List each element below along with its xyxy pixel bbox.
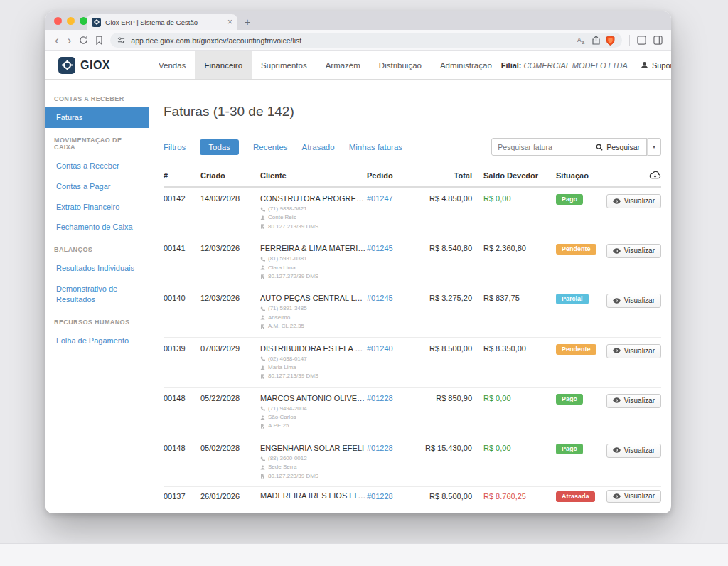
security-shield-icon[interactable] [606, 36, 615, 46]
sidebar-item-contas-a-pagar[interactable]: Contas a Pagar [46, 176, 149, 197]
app-logo[interactable]: GIOX [46, 51, 149, 79]
divider [629, 35, 630, 46]
header-nav-item[interactable]: Administração [431, 51, 501, 79]
phone-icon [260, 306, 265, 311]
order-link[interactable]: #01247 [367, 194, 393, 203]
filter-tab[interactable]: Atrasado [302, 143, 335, 151]
url-text[interactable]: app.dee.giox.com.br/gioxdev/accountingfm… [131, 36, 572, 45]
browser-toolbar: ‹ › app.dee.giox.com.br/gioxdev/accounti… [46, 30, 671, 51]
giox-logo-icon [58, 57, 75, 74]
close-window-button[interactable] [54, 17, 62, 25]
zoom-window-button[interactable] [80, 17, 87, 25]
sidebar: CONTAS A RECEBER Faturas MOVIMENTAÇÃO DE… [46, 80, 149, 513]
table-row[interactable]: 00148 05/22/2028 MARCOS ANTONIO OLIVEIRA… [164, 388, 661, 437]
order-link[interactable]: #01228 [367, 492, 393, 501]
invoice-balance: R$ 660,00 [472, 513, 545, 513]
filter-tab[interactable]: Todas [200, 139, 239, 155]
sidebar-item-demonstrativo-de-resultados[interactable]: Demonstrativo de Resultados [46, 279, 149, 310]
bookmark-icon[interactable] [95, 36, 103, 45]
translate-icon[interactable]: Aa [577, 36, 587, 45]
header-nav-item[interactable]: Financeiro [195, 51, 252, 79]
sidebar-toggle-icon[interactable] [653, 36, 663, 45]
filter-tab[interactable]: Recentes [253, 143, 288, 151]
eye-icon [613, 348, 621, 353]
table-row[interactable]: 00142 14/03/2028 CONSTRUTORA PROGRESSO L… [164, 188, 661, 237]
search-button[interactable]: Pesquisar [589, 138, 647, 156]
order-link[interactable]: #01232 [367, 513, 393, 513]
table-row[interactable]: 00148 05/02/2028 ENGENHARIA SOLAR EFELI … [164, 437, 661, 487]
support-menu[interactable]: Suporte ▼ [641, 61, 671, 70]
header-nav-item[interactable]: Vendas [149, 51, 195, 79]
view-button[interactable]: Visualizar [606, 444, 661, 458]
sidebar-section: CONTAS A RECEBER Faturas [46, 87, 149, 128]
search-input[interactable] [491, 138, 589, 156]
table-row[interactable]: 00141 12/03/2026 FERREIRA & LIMA MATERIA… [164, 237, 661, 287]
client-name: CONSTRUTORA PROGRESSO LTDA [260, 194, 367, 203]
invoice-created-date: 26/01/2026 [200, 513, 260, 513]
action-cell: Visualizar [600, 490, 661, 503]
header-nav-item[interactable]: Distribuição [370, 51, 431, 79]
sidebar-item-faturas[interactable]: Faturas [46, 107, 149, 128]
view-button[interactable]: Visualizar [606, 344, 661, 358]
main-nav: VendasFinanceiroSuprimentosArmazémDistri… [149, 51, 501, 79]
url-bar[interactable]: app.dee.giox.com.br/gioxdev/accountingfm… [110, 33, 622, 48]
view-button[interactable]: Visualizar [606, 394, 661, 408]
client-contact: Conte Reis [260, 213, 367, 222]
building-icon [260, 374, 265, 379]
client-document: 80.127.372/39 DMS [260, 272, 367, 281]
sidebar-item-extrato-financeiro[interactable]: Extrato Financeiro [46, 197, 149, 218]
forward-button[interactable]: › [67, 34, 73, 46]
new-tab-button[interactable]: + [245, 16, 250, 30]
status-cell: Pago [545, 394, 600, 405]
client-contact: Anselmo [260, 314, 367, 322]
sidebar-item-fechamento-de-caixa[interactable]: Fechamento de Caixa [46, 217, 149, 237]
client-cell: CONSTRUTORA PROGRESSO LTDA (71) 9838-582… [260, 194, 367, 231]
toolbar-right-icons [629, 35, 663, 46]
sidebar-section-items: Folha de Pagamento [46, 331, 149, 351]
view-button[interactable]: Visualizar [606, 490, 661, 503]
tab-close-icon[interactable]: × [228, 18, 232, 26]
person-icon [260, 415, 265, 420]
view-button[interactable]: Visualizar [606, 513, 661, 513]
client-document: A.PE 25 [260, 422, 367, 430]
filters-link[interactable]: Filtros [164, 143, 186, 151]
site-settings-icon[interactable] [117, 36, 125, 44]
table-row[interactable]: 00140 12/03/2026 AUTO PEÇAS CENTRAL LTDA… [164, 287, 661, 337]
export-cloud-icon[interactable] [600, 171, 661, 180]
table-row[interactable]: 00139 07/03/2029 DISTRIBUIDORA ESTELA DO… [164, 338, 661, 388]
table-row[interactable]: 00137 26/01/2026 MADEREIRA IRES FIOS LTD… [164, 487, 661, 506]
sidebar-item-contas-a-receber[interactable]: Contas a Receber [46, 156, 149, 176]
order-link[interactable]: #01240 [367, 344, 393, 353]
status-badge: Pago [556, 444, 583, 454]
order-link[interactable]: #01245 [367, 244, 393, 252]
share-icon[interactable] [592, 36, 600, 45]
traffic-lights[interactable] [54, 17, 87, 25]
search-options-button[interactable]: ▼ [647, 138, 661, 156]
sidebar-section-title: CONTAS A RECEBER [46, 87, 149, 107]
sidebar-item-resultados-individuais[interactable]: Resultados Individuais [46, 258, 149, 279]
minimize-window-button[interactable] [67, 17, 75, 25]
downloads-icon[interactable] [637, 36, 646, 45]
order-link[interactable]: #01245 [367, 294, 393, 302]
invoice-total: R$ 4.850,00 [408, 194, 472, 203]
action-cell: Visualizar [600, 294, 661, 308]
order-link[interactable]: #01228 [367, 444, 393, 452]
order-link[interactable]: #01228 [367, 394, 393, 402]
reload-icon[interactable] [79, 36, 88, 45]
filter-tab[interactable]: Minhas faturas [349, 143, 402, 151]
table-row[interactable]: 00143 26/01/2026 CONSTRUTORA PROGRESSO L… [164, 506, 661, 513]
back-button[interactable]: ‹ [54, 34, 60, 46]
main-content: Faturas (1-30 de 142) Filtros TodasRecen… [149, 80, 671, 513]
phone-icon [260, 456, 265, 461]
client-name: FERREIRA & LIMA MATERIAIS ME [260, 244, 367, 252]
browser-tab[interactable]: Giox ERP | Sistema de Gestão × [87, 14, 237, 30]
action-cell: Visualizar [600, 513, 661, 513]
phone-icon [260, 356, 265, 361]
sidebar-item-folha-de-pagamento[interactable]: Folha de Pagamento [46, 331, 149, 351]
header-nav-item[interactable]: Suprimentos [252, 51, 316, 79]
sidebar-section: MOVIMENTAÇÃO DE CAIXA Contas a ReceberCo… [46, 128, 149, 237]
view-button[interactable]: Visualizar [606, 244, 661, 258]
view-button[interactable]: Visualizar [606, 194, 661, 208]
header-nav-item[interactable]: Armazém [316, 51, 370, 79]
view-button[interactable]: Visualizar [606, 294, 661, 308]
